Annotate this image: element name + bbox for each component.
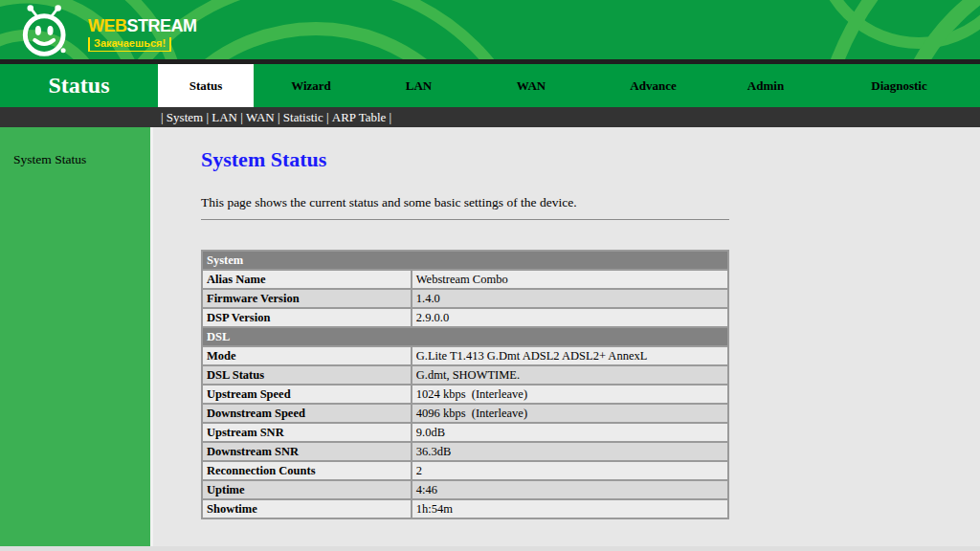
row-value: G.Lite T1.413 G.Dmt ADSL2 ADSL2+ AnnexL — [412, 346, 728, 365]
table-row: Reconnection Counts2 — [202, 461, 728, 480]
row-value: Webstream Combo — [412, 270, 728, 289]
system-status-table: SystemAlias NameWebstream ComboFirmware … — [201, 250, 729, 519]
brand-tagline: Закачаешься! — [88, 37, 171, 52]
row-label: Reconnection Counts — [202, 461, 412, 480]
table-row: Uptime4:46 — [202, 480, 728, 499]
brand-wordmark: WEBSTREAM Закачаешься! — [88, 10, 197, 52]
row-label: Uptime — [202, 480, 412, 499]
row-value: 2.9.0.0 — [412, 308, 728, 327]
tab-diagnostic[interactable]: Diagnostic — [818, 64, 980, 107]
subnav-separator: | — [386, 110, 394, 125]
table-section-row: DSL — [202, 327, 728, 346]
table-row: Upstream SNR9.0dB — [202, 423, 728, 442]
content-row: System Status System Status This page sh… — [0, 127, 980, 546]
row-label: DSL Status — [202, 365, 412, 385]
row-label: Downstream Speed — [202, 404, 412, 423]
subnav-item-wan[interactable]: WAN — [246, 110, 275, 125]
tab-advance[interactable]: Advance — [593, 64, 713, 107]
page-description: This page shows the current status and s… — [201, 195, 980, 210]
subnav-separator: | — [237, 110, 246, 125]
smiley-antenna-mascot-icon — [11, 4, 80, 57]
table-row: Showtime1h:54m — [202, 499, 728, 518]
table-row: Downstream SNR36.3dB — [202, 442, 728, 461]
row-value: 4096 kbps (Interleave) — [412, 404, 728, 423]
table-row: Firmware Version1.4.0 — [202, 289, 728, 308]
router-admin-page: WEBSTREAM Закачаешься! Status StatusWiza… — [0, 0, 980, 551]
table-row: Alias NameWebstream Combo — [202, 270, 728, 289]
nav-section-title: Status — [48, 73, 109, 99]
nav-section-title-box: Status — [0, 64, 158, 107]
row-label: Downstream SNR — [202, 442, 412, 461]
row-label: Upstream SNR — [202, 423, 412, 442]
subnav-item-system[interactable]: System — [167, 110, 203, 125]
bottom-strip — [0, 546, 980, 551]
row-value: 36.3dB — [412, 442, 728, 461]
tab-wan[interactable]: WAN — [469, 64, 593, 107]
table-row: Upstream Speed1024 kbps (Interleave) — [202, 385, 728, 404]
subnav-item-lan[interactable]: LAN — [212, 110, 237, 125]
brand-name-web: WEB — [88, 16, 127, 35]
table-row: Downstream Speed4096 kbps (Interleave) — [202, 404, 728, 423]
tab-wizard[interactable]: Wizard — [254, 64, 368, 107]
page-title: System Status — [201, 147, 980, 172]
row-value: 9.0dB — [412, 423, 728, 442]
table-row: DSL StatusG.dmt, SHOWTIME. — [202, 365, 728, 385]
brand-name-stream: STREAM — [127, 16, 197, 35]
sidebar: System Status — [0, 127, 153, 546]
tab-admin[interactable]: Admin — [713, 64, 818, 107]
row-label: Showtime — [202, 499, 412, 518]
subnav-separator: | — [323, 110, 332, 125]
row-value: G.dmt, SHOWTIME. — [412, 365, 728, 385]
subnav-item-statistic[interactable]: Statistic — [283, 110, 323, 125]
main-panel: System Status This page shows the curren… — [153, 127, 980, 546]
tab-lan[interactable]: LAN — [368, 64, 469, 107]
row-label: Alias Name — [202, 270, 412, 289]
row-value: 1024 kbps (Interleave) — [412, 385, 728, 404]
row-label: DSP Version — [202, 308, 412, 327]
brand-banner: WEBSTREAM Закачаешься! — [0, 0, 980, 59]
sidebar-item-system-status[interactable]: System Status — [0, 127, 150, 167]
main-navbar: Status StatusWizardLANWANAdvanceAdminDia… — [0, 64, 980, 107]
table-row: DSP Version2.9.0.0 — [202, 308, 728, 327]
divider-rule — [201, 219, 729, 220]
subnav-separator: | — [203, 110, 212, 125]
row-value: 4:46 — [412, 480, 728, 499]
tab-status[interactable]: Status — [158, 64, 254, 107]
subnav-item-arp-table[interactable]: ARP Table — [332, 110, 387, 125]
table-section-header: System — [202, 251, 728, 270]
row-value: 2 — [412, 461, 728, 480]
row-value: 1.4.0 — [412, 289, 728, 308]
table-section-header: DSL — [202, 327, 728, 346]
row-label: Mode — [202, 346, 412, 365]
table-section-row: System — [202, 251, 728, 270]
row-label: Upstream Speed — [202, 385, 412, 404]
row-value: 1h:54m — [412, 499, 728, 518]
subnav-separator: | — [275, 110, 283, 125]
row-label: Firmware Version — [202, 289, 412, 308]
nav-tabs: StatusWizardLANWANAdvanceAdminDiagnostic — [158, 64, 980, 107]
table-row: ModeG.Lite T1.413 G.Dmt ADSL2 ADSL2+ Ann… — [202, 346, 728, 365]
brand-logo: WEBSTREAM Закачаешься! — [11, 4, 197, 57]
subnav-bar: | System | LAN | WAN | Statistic | ARP T… — [0, 107, 980, 127]
